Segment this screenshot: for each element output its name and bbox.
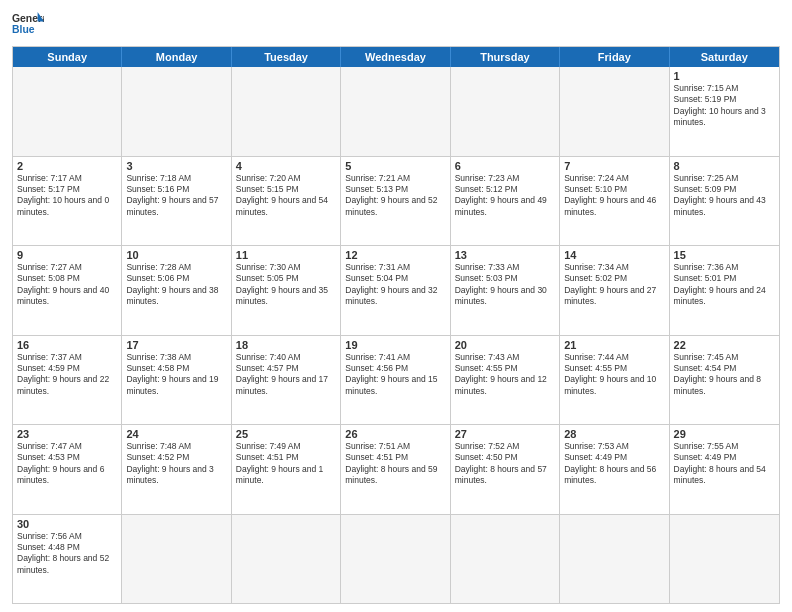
day-info: Sunrise: 7:36 AM Sunset: 5:01 PM Dayligh…	[674, 262, 775, 308]
day-number: 25	[236, 428, 336, 440]
logo: General Blue	[12, 10, 44, 38]
day-number: 8	[674, 160, 775, 172]
header-day-tuesday: Tuesday	[232, 47, 341, 67]
calendar-cell: 30Sunrise: 7:56 AM Sunset: 4:48 PM Dayli…	[13, 515, 122, 604]
calendar-cell: 5Sunrise: 7:21 AM Sunset: 5:13 PM Daylig…	[341, 157, 450, 246]
calendar-cell: 29Sunrise: 7:55 AM Sunset: 4:49 PM Dayli…	[670, 425, 779, 514]
day-number: 10	[126, 249, 226, 261]
generalblue-logo-icon: General Blue	[12, 10, 44, 38]
calendar-cell: 12Sunrise: 7:31 AM Sunset: 5:04 PM Dayli…	[341, 246, 450, 335]
calendar-cell: 18Sunrise: 7:40 AM Sunset: 4:57 PM Dayli…	[232, 336, 341, 425]
day-number: 21	[564, 339, 664, 351]
day-number: 14	[564, 249, 664, 261]
header-day-wednesday: Wednesday	[341, 47, 450, 67]
calendar-cell	[13, 67, 122, 156]
calendar-cell: 8Sunrise: 7:25 AM Sunset: 5:09 PM Daylig…	[670, 157, 779, 246]
day-number: 9	[17, 249, 117, 261]
day-info: Sunrise: 7:18 AM Sunset: 5:16 PM Dayligh…	[126, 173, 226, 219]
calendar-cell: 6Sunrise: 7:23 AM Sunset: 5:12 PM Daylig…	[451, 157, 560, 246]
day-info: Sunrise: 7:21 AM Sunset: 5:13 PM Dayligh…	[345, 173, 445, 219]
calendar-cell: 2Sunrise: 7:17 AM Sunset: 5:17 PM Daylig…	[13, 157, 122, 246]
day-info: Sunrise: 7:38 AM Sunset: 4:58 PM Dayligh…	[126, 352, 226, 398]
calendar-week-1: 1Sunrise: 7:15 AM Sunset: 5:19 PM Daylig…	[13, 67, 779, 157]
calendar-week-4: 16Sunrise: 7:37 AM Sunset: 4:59 PM Dayli…	[13, 336, 779, 426]
day-info: Sunrise: 7:43 AM Sunset: 4:55 PM Dayligh…	[455, 352, 555, 398]
calendar-cell: 4Sunrise: 7:20 AM Sunset: 5:15 PM Daylig…	[232, 157, 341, 246]
day-number: 27	[455, 428, 555, 440]
page: General Blue SundayMondayTuesdayWednesda…	[0, 0, 792, 612]
header: General Blue	[12, 10, 780, 38]
header-day-sunday: Sunday	[13, 47, 122, 67]
day-info: Sunrise: 7:44 AM Sunset: 4:55 PM Dayligh…	[564, 352, 664, 398]
calendar-week-2: 2Sunrise: 7:17 AM Sunset: 5:17 PM Daylig…	[13, 157, 779, 247]
day-number: 2	[17, 160, 117, 172]
day-info: Sunrise: 7:37 AM Sunset: 4:59 PM Dayligh…	[17, 352, 117, 398]
day-number: 4	[236, 160, 336, 172]
day-number: 19	[345, 339, 445, 351]
day-number: 28	[564, 428, 664, 440]
day-info: Sunrise: 7:30 AM Sunset: 5:05 PM Dayligh…	[236, 262, 336, 308]
calendar-cell: 10Sunrise: 7:28 AM Sunset: 5:06 PM Dayli…	[122, 246, 231, 335]
day-number: 13	[455, 249, 555, 261]
day-number: 12	[345, 249, 445, 261]
svg-text:Blue: Blue	[12, 24, 35, 35]
day-info: Sunrise: 7:48 AM Sunset: 4:52 PM Dayligh…	[126, 441, 226, 487]
calendar-cell: 14Sunrise: 7:34 AM Sunset: 5:02 PM Dayli…	[560, 246, 669, 335]
day-number: 24	[126, 428, 226, 440]
day-number: 3	[126, 160, 226, 172]
calendar-cell	[560, 515, 669, 604]
day-info: Sunrise: 7:28 AM Sunset: 5:06 PM Dayligh…	[126, 262, 226, 308]
day-info: Sunrise: 7:31 AM Sunset: 5:04 PM Dayligh…	[345, 262, 445, 308]
day-info: Sunrise: 7:51 AM Sunset: 4:51 PM Dayligh…	[345, 441, 445, 487]
calendar-cell: 7Sunrise: 7:24 AM Sunset: 5:10 PM Daylig…	[560, 157, 669, 246]
calendar-cell: 1Sunrise: 7:15 AM Sunset: 5:19 PM Daylig…	[670, 67, 779, 156]
day-info: Sunrise: 7:33 AM Sunset: 5:03 PM Dayligh…	[455, 262, 555, 308]
calendar-cell: 9Sunrise: 7:27 AM Sunset: 5:08 PM Daylig…	[13, 246, 122, 335]
header-day-thursday: Thursday	[451, 47, 560, 67]
day-info: Sunrise: 7:24 AM Sunset: 5:10 PM Dayligh…	[564, 173, 664, 219]
calendar-cell: 20Sunrise: 7:43 AM Sunset: 4:55 PM Dayli…	[451, 336, 560, 425]
day-info: Sunrise: 7:41 AM Sunset: 4:56 PM Dayligh…	[345, 352, 445, 398]
calendar-cell	[451, 515, 560, 604]
day-info: Sunrise: 7:40 AM Sunset: 4:57 PM Dayligh…	[236, 352, 336, 398]
day-number: 1	[674, 70, 775, 82]
day-info: Sunrise: 7:23 AM Sunset: 5:12 PM Dayligh…	[455, 173, 555, 219]
calendar-cell: 23Sunrise: 7:47 AM Sunset: 4:53 PM Dayli…	[13, 425, 122, 514]
header-day-monday: Monday	[122, 47, 231, 67]
day-number: 18	[236, 339, 336, 351]
calendar-cell: 24Sunrise: 7:48 AM Sunset: 4:52 PM Dayli…	[122, 425, 231, 514]
calendar-cell: 28Sunrise: 7:53 AM Sunset: 4:49 PM Dayli…	[560, 425, 669, 514]
calendar-cell: 22Sunrise: 7:45 AM Sunset: 4:54 PM Dayli…	[670, 336, 779, 425]
day-number: 23	[17, 428, 117, 440]
day-info: Sunrise: 7:17 AM Sunset: 5:17 PM Dayligh…	[17, 173, 117, 219]
calendar-cell: 16Sunrise: 7:37 AM Sunset: 4:59 PM Dayli…	[13, 336, 122, 425]
calendar-cell	[341, 515, 450, 604]
calendar: SundayMondayTuesdayWednesdayThursdayFrid…	[12, 46, 780, 604]
calendar-cell	[232, 515, 341, 604]
calendar-cell	[232, 67, 341, 156]
day-number: 5	[345, 160, 445, 172]
day-number: 26	[345, 428, 445, 440]
day-info: Sunrise: 7:45 AM Sunset: 4:54 PM Dayligh…	[674, 352, 775, 398]
calendar-body: 1Sunrise: 7:15 AM Sunset: 5:19 PM Daylig…	[13, 67, 779, 603]
day-number: 7	[564, 160, 664, 172]
calendar-cell: 17Sunrise: 7:38 AM Sunset: 4:58 PM Dayli…	[122, 336, 231, 425]
day-info: Sunrise: 7:56 AM Sunset: 4:48 PM Dayligh…	[17, 531, 117, 577]
day-number: 17	[126, 339, 226, 351]
day-number: 29	[674, 428, 775, 440]
calendar-cell: 25Sunrise: 7:49 AM Sunset: 4:51 PM Dayli…	[232, 425, 341, 514]
calendar-cell: 21Sunrise: 7:44 AM Sunset: 4:55 PM Dayli…	[560, 336, 669, 425]
header-day-friday: Friday	[560, 47, 669, 67]
day-info: Sunrise: 7:49 AM Sunset: 4:51 PM Dayligh…	[236, 441, 336, 487]
day-info: Sunrise: 7:47 AM Sunset: 4:53 PM Dayligh…	[17, 441, 117, 487]
day-info: Sunrise: 7:55 AM Sunset: 4:49 PM Dayligh…	[674, 441, 775, 487]
day-info: Sunrise: 7:52 AM Sunset: 4:50 PM Dayligh…	[455, 441, 555, 487]
calendar-cell: 26Sunrise: 7:51 AM Sunset: 4:51 PM Dayli…	[341, 425, 450, 514]
calendar-cell	[341, 67, 450, 156]
day-number: 15	[674, 249, 775, 261]
calendar-cell: 19Sunrise: 7:41 AM Sunset: 4:56 PM Dayli…	[341, 336, 450, 425]
calendar-cell: 11Sunrise: 7:30 AM Sunset: 5:05 PM Dayli…	[232, 246, 341, 335]
day-info: Sunrise: 7:15 AM Sunset: 5:19 PM Dayligh…	[674, 83, 775, 129]
day-number: 11	[236, 249, 336, 261]
day-number: 6	[455, 160, 555, 172]
